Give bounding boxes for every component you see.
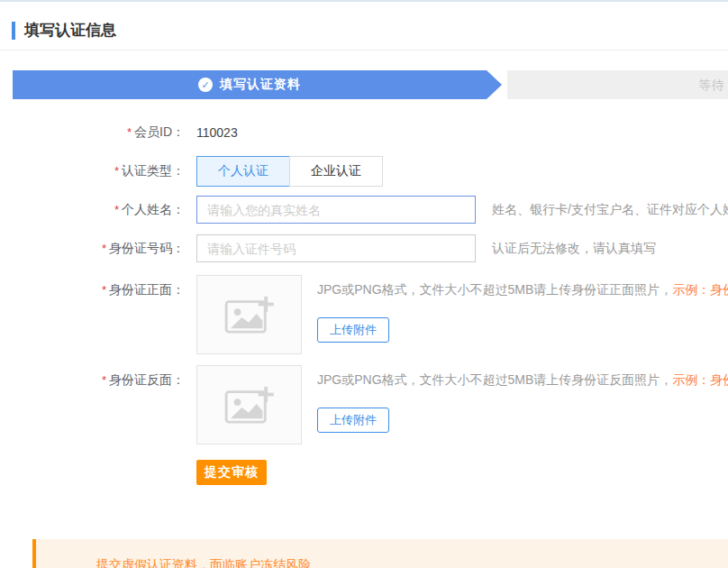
image-plus-icon (223, 294, 276, 335)
required-asterisk: * (127, 125, 132, 139)
id-number-input[interactable] (196, 234, 476, 262)
required-asterisk: * (114, 164, 119, 178)
id-front-upload-button[interactable]: 上传附件 (317, 317, 389, 343)
required-asterisk: * (114, 203, 119, 216)
id-back-hint: JPG或PNG格式，文件大小不超过5MB请上传身份证反面照片，示例：身份证反面.… (317, 371, 728, 388)
step-current-label: 填写认证资料 (220, 77, 301, 93)
member-id-value: 110023 (196, 125, 238, 140)
tab-personal-auth[interactable]: 个人认证 (196, 156, 290, 187)
member-id-row: *会员ID： 110023 (0, 124, 728, 141)
required-asterisk: * (102, 373, 106, 387)
id-front-label: *身份证正面： (0, 275, 185, 354)
id-number-row: *身份证号码： 认证后无法修改，请认真填写 (0, 234, 728, 262)
step-arrow-icon (487, 70, 502, 99)
top-border (0, 0, 728, 2)
member-id-label: *会员ID： (0, 124, 185, 141)
person-name-row: *个人姓名： 姓名、银行卡/支付宝户名、证件对应个人姓名必须一 (0, 196, 728, 224)
id-back-upload-area[interactable] (196, 365, 302, 444)
step-progress-bar: ✓ 填写认证资料 等待 (13, 70, 728, 99)
person-name-input[interactable] (196, 196, 476, 224)
required-asterisk: * (102, 283, 106, 297)
id-back-example-link[interactable]: 示例：身份证反面.png (672, 372, 728, 387)
step-waiting: 等待 (507, 70, 728, 99)
person-name-hint: 姓名、银行卡/支付宝户名、证件对应个人姓名必须一 (492, 202, 728, 218)
id-back-upload-button[interactable]: 上传附件 (317, 408, 389, 433)
id-number-hint: 认证后无法修改，请认真填写 (492, 241, 656, 257)
tab-enterprise-auth[interactable]: 企业认证 (289, 156, 383, 187)
person-name-label: *个人姓名： (0, 202, 185, 218)
step-next-label: 等待 (698, 70, 725, 99)
id-front-upload-area[interactable] (196, 275, 302, 354)
id-front-hint: JPG或PNG格式，文件大小不超过5MB请上传身份证正面照片，示例：身份证正面.… (317, 281, 728, 298)
submit-review-button[interactable]: 提交审核 (196, 460, 267, 485)
page-title: 填写认证信息 (12, 22, 116, 40)
auth-type-row: *认证类型： 个人认证 企业认证 (0, 155, 728, 187)
id-front-example-link[interactable]: 示例：身份证正面.png (672, 282, 728, 297)
id-back-row: *身份证反面： JPG或PNG格式，文件大小不超过5MB请上传身份证反面照片，示… (0, 365, 728, 444)
warning-text: 提交虚假认证资料，面临账户冻结风险 (96, 557, 311, 568)
step-fill-auth-info: ✓ 填写认证资料 (13, 70, 487, 99)
title-divider (0, 50, 728, 50)
required-asterisk: * (102, 242, 106, 255)
image-plus-icon (223, 384, 276, 426)
id-number-label: *身份证号码： (0, 241, 185, 257)
id-front-row: *身份证正面： JPG或PNG格式，文件大小不超过5MB请上传身份证正面照片，示… (0, 275, 728, 354)
id-back-label: *身份证反面： (0, 365, 185, 444)
check-circle-icon: ✓ (198, 78, 213, 92)
warning-panel: 提交虚假认证资料，面临账户冻结风险 (32, 539, 728, 568)
auth-type-label: *认证类型： (0, 155, 185, 187)
